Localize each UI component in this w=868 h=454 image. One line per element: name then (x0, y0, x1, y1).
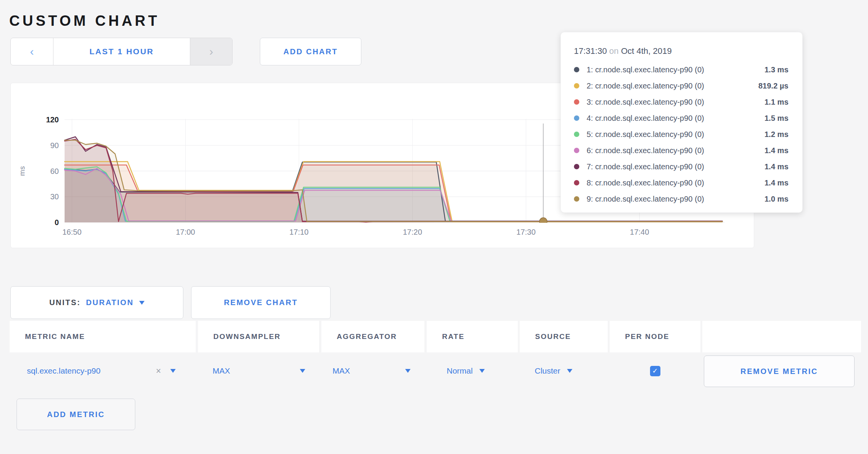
series-dot-icon (574, 67, 579, 72)
chevron-down-icon (567, 369, 572, 373)
clear-metric-icon[interactable]: × (156, 366, 161, 376)
metric-name-value[interactable]: sql.exec.latency-p90 (27, 366, 100, 376)
aggregator-select[interactable]: MAX (321, 351, 424, 391)
y-tick-label: 60 (50, 167, 59, 175)
series-value: 1.1 ms (765, 98, 788, 107)
rate-select[interactable]: Normal (427, 351, 518, 391)
y-tick-label: 120 (46, 115, 59, 124)
per-node-cell (610, 351, 700, 391)
chevron-left-icon: ‹ (30, 46, 34, 57)
tooltip-row: 6: cr.node.sql.exec.latency-p90 (0)1.4 m… (574, 142, 788, 159)
hover-point-dot (539, 218, 547, 225)
tooltip-row: 1: cr.node.sql.exec.latency-p90 (0)1.3 m… (574, 62, 788, 78)
add-metric-button[interactable]: ADD METRIC (17, 399, 135, 430)
series-value: 1.4 ms (765, 162, 788, 171)
col-header-actions (702, 321, 861, 352)
series-label: 3: cr.node.sql.exec.latency-p90 (0) (587, 98, 704, 107)
series-dot-icon (574, 99, 579, 105)
time-range-control: ‹ LAST 1 HOUR › (10, 38, 233, 65)
add-chart-button[interactable]: ADD CHART (260, 38, 361, 65)
tooltip-row: 5: cr.node.sql.exec.latency-p90 (0)1.2 m… (574, 126, 788, 142)
x-tick-label: 17:20 (403, 228, 422, 236)
rate-value: Normal (447, 366, 473, 376)
page-title: CUSTOM CHART (9, 13, 160, 29)
downsampler-select[interactable]: MAX (198, 351, 319, 391)
series-value: 1.5 ms (765, 114, 788, 123)
series-value: 819.2 µs (758, 82, 788, 90)
chevron-right-icon: › (210, 46, 213, 57)
col-header-aggregator: AGGREGATOR (321, 321, 424, 352)
source-select[interactable]: Cluster (520, 351, 608, 391)
source-value: Cluster (535, 366, 560, 376)
col-header-rate: RATE (427, 321, 518, 352)
units-dropdown[interactable]: UNITS: DURATION (10, 286, 183, 319)
time-prev-button[interactable]: ‹ (11, 38, 53, 65)
series-label: 9: cr.node.sql.exec.latency-p90 (0) (587, 195, 704, 204)
x-tick-label: 17:10 (289, 228, 309, 236)
tooltip-header: 17:31:30 on Oct 4th, 2019 (574, 46, 788, 56)
metric-name-cell: sql.exec.latency-p90 × (10, 351, 196, 391)
series-dot-icon (574, 115, 579, 121)
x-tick-label: 17:40 (630, 228, 649, 236)
tooltip-row: 8: cr.node.sql.exec.latency-p90 (0)1.4 m… (574, 175, 788, 191)
tooltip-row: 7: cr.node.sql.exec.latency-p90 (0)1.4 m… (574, 159, 788, 175)
per-node-checkbox[interactable] (650, 366, 660, 376)
tooltip-row: 3: cr.node.sql.exec.latency-p90 (0)1.1 m… (574, 94, 788, 110)
series-value: 1.0 ms (765, 195, 788, 204)
series-label: 5: cr.node.sql.exec.latency-p90 (0) (587, 130, 704, 139)
time-next-button[interactable]: › (190, 38, 232, 65)
downsampler-value: MAX (213, 366, 230, 376)
chart-tooltip: 17:31:30 on Oct 4th, 2019 1: cr.node.sql… (560, 32, 803, 213)
y-tick-label: 0 (55, 218, 59, 227)
tooltip-row: 9: cr.node.sql.exec.latency-p90 (0)1.0 m… (574, 191, 788, 207)
x-tick-label: 17:30 (516, 228, 535, 236)
series-label: 6: cr.node.sql.exec.latency-p90 (0) (587, 146, 704, 155)
series-value: 1.4 ms (765, 179, 788, 187)
remove-metric-button[interactable]: REMOVE METRIC (704, 356, 855, 387)
series-label: 8: cr.node.sql.exec.latency-p90 (0) (587, 179, 704, 187)
units-label: UNITS: (49, 298, 81, 307)
tooltip-row: 2: cr.node.sql.exec.latency-p90 (0)819.2… (574, 78, 788, 94)
chevron-down-icon (405, 369, 411, 373)
series-label: 4: cr.node.sql.exec.latency-p90 (0) (587, 114, 704, 123)
col-header-per-node: PER NODE (610, 321, 700, 352)
series-dot-icon (574, 83, 579, 88)
col-header-metric-name: METRIC NAME (10, 321, 196, 352)
series-value: 1.2 ms (765, 130, 788, 139)
series-label: 1: cr.node.sql.exec.latency-p90 (0) (587, 65, 704, 74)
tooltip-row: 4: cr.node.sql.exec.latency-p90 (0)1.5 m… (574, 110, 788, 126)
series-dot-icon (574, 148, 579, 153)
series-label: 7: cr.node.sql.exec.latency-p90 (0) (587, 162, 704, 171)
series-dot-icon (574, 180, 579, 185)
tooltip-on-word: on (609, 46, 619, 56)
x-tick-label: 17:00 (176, 228, 195, 236)
metric-dropdown-caret-icon[interactable] (170, 369, 176, 373)
y-tick-label: 90 (50, 141, 59, 150)
col-header-source: SOURCE (520, 321, 608, 352)
tooltip-rows: 1: cr.node.sql.exec.latency-p90 (0)1.3 m… (574, 62, 788, 207)
x-tick-label: 16:50 (62, 228, 81, 236)
series-value: 1.3 ms (765, 65, 788, 74)
col-header-downsampler: DOWNSAMPLER (198, 321, 319, 352)
series-dot-icon (574, 132, 579, 137)
y-tick-label: 30 (50, 192, 59, 201)
series-value: 1.4 ms (765, 146, 788, 155)
chevron-down-icon (300, 369, 305, 373)
series-label: 2: cr.node.sql.exec.latency-p90 (0) (587, 82, 704, 90)
series-dot-icon (574, 164, 579, 169)
units-value: DURATION (86, 298, 134, 307)
y-axis-unit-label: ms (18, 166, 26, 176)
aggregator-value: MAX (333, 366, 350, 376)
chevron-down-icon (139, 301, 145, 305)
chevron-down-icon (479, 369, 485, 373)
time-range-button[interactable]: LAST 1 HOUR (53, 38, 190, 65)
tooltip-time: 17:31:30 (574, 46, 607, 56)
tooltip-date: Oct 4th, 2019 (621, 46, 672, 56)
series-dot-icon (574, 196, 579, 202)
remove-chart-button[interactable]: REMOVE CHART (191, 286, 331, 319)
